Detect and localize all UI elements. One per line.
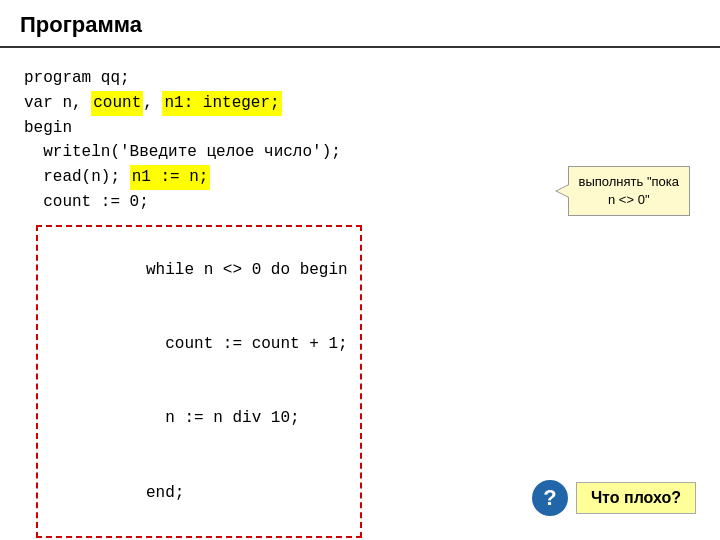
code-begin: begin <box>24 116 72 141</box>
code-var-pre: var n, <box>24 91 91 116</box>
code-while-end: end; <box>146 484 184 502</box>
code-count-init: count := 0; <box>24 190 149 215</box>
code-line-1: program qq; <box>24 66 696 91</box>
while-block: while n <> 0 do begin count := count + 1… <box>36 225 362 539</box>
code-read-pre: read(n); <box>24 165 130 190</box>
code-var-mid: , <box>143 91 162 116</box>
code-line-3: begin <box>24 116 696 141</box>
while-line-1: while n <> 0 do begin <box>50 233 348 307</box>
bad-label: Что плохо? <box>576 482 696 514</box>
highlight-n1-assign: n1 := n; <box>130 165 211 190</box>
code-line-2: var n, count, n1: integer; <box>24 91 696 116</box>
header: Программа <box>0 0 720 48</box>
while-line-4: end; <box>50 456 348 530</box>
code-text: program qq; <box>24 66 130 91</box>
while-line-3: n := n div 10; <box>50 382 348 456</box>
question-icon: ? <box>532 480 568 516</box>
while-line-2: count := count + 1; <box>50 307 348 381</box>
code-n-div: n := n div 10; <box>146 409 300 427</box>
code-line-4: writeln('Введите целое число'); <box>24 140 696 165</box>
tooltip-bubble: выполнять "покаn <> 0" <box>568 166 690 216</box>
tooltip-text: выполнять "покаn <> 0" <box>579 174 679 207</box>
code-area: program qq; var n, count, n1: integer; b… <box>0 58 720 540</box>
page-title: Программа <box>20 12 142 37</box>
code-writeln: writeln('Введите целое число'); <box>24 140 341 165</box>
highlight-count: count <box>91 91 143 116</box>
bottom-badge: ? Что плохо? <box>532 480 696 516</box>
highlight-n1-integer: n1: integer; <box>162 91 281 116</box>
main-container: Программа program qq; var n, count, n1: … <box>0 0 720 540</box>
code-count-inc: count := count + 1; <box>146 335 348 353</box>
code-while: while n <> 0 do begin <box>146 261 348 279</box>
